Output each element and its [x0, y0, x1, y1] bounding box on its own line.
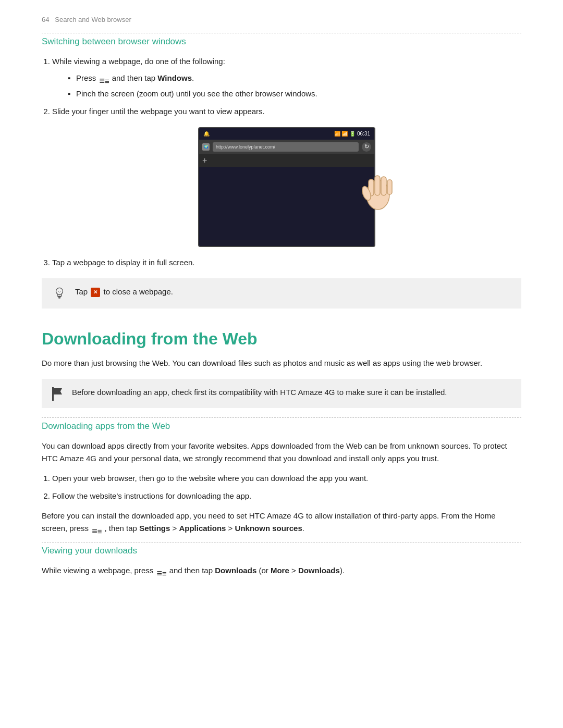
subsection1-steps: Open your web browser, then go to the we…: [52, 472, 521, 502]
section1-title: Switching between browser windows: [42, 36, 521, 47]
tip-icon: [52, 287, 67, 301]
note-box: Before downloading an app, check first i…: [42, 379, 521, 408]
menu-icon-3: ≡: [156, 567, 166, 575]
subsection1-step2: Follow the website's instructions for do…: [52, 490, 521, 502]
bullet2: Pinch the screen (zoom out) until you se…: [68, 88, 521, 100]
svg-line-8: [62, 294, 62, 296]
hand-swipe-illustration: [352, 164, 404, 211]
bullet1-then: and then tap: [112, 73, 155, 82]
step1-text: While viewing a webpage, do one of the f…: [52, 57, 225, 66]
svg-line-7: [57, 294, 58, 296]
subsection2-divider: [42, 542, 521, 542]
subsection1-title: Downloading apps from the Web: [42, 421, 521, 431]
browser-chrome: 🌍 http://www.lonelyplanet.com/ ↻: [199, 140, 374, 154]
bullet1-press: Press: [76, 73, 96, 82]
svg-rect-3: [381, 177, 386, 195]
subsection1-divider: [42, 417, 521, 418]
svg-rect-2: [375, 176, 380, 195]
refresh-icon: ↻: [362, 142, 371, 152]
subsection2-body: While viewing a webpage, press ≡ and the…: [42, 564, 521, 577]
section2-title: Downloading from the Web: [42, 329, 521, 349]
phone-status-bar: 🔔 📶 📶 🔋 06:31: [199, 128, 374, 140]
browser-tabs-bar: +: [199, 154, 374, 167]
page-header: 64 Search and Web browser: [42, 16, 521, 23]
status-right: 📶 📶 🔋 06:31: [334, 130, 370, 138]
svg-rect-11: [58, 298, 60, 299]
step2-text: Slide your finger until the webpage you …: [52, 107, 265, 116]
step3: Tap a webpage to display it in full scre…: [52, 256, 521, 269]
note-text: Before downloading an app, check first i…: [72, 386, 447, 399]
section1-steps: While viewing a webpage, do one of the f…: [52, 55, 521, 269]
bullet1: Press ≡ and then tap Windows.: [68, 72, 521, 84]
status-left: 🔔: [203, 130, 210, 138]
section2-intro: Do more than just browsing the Web. You …: [42, 357, 521, 369]
step1: While viewing a webpage, do one of the f…: [52, 55, 521, 100]
x-button-icon: ✕: [91, 288, 100, 297]
section1-divider: [42, 33, 521, 33]
subsection1-step1: Open your web browser, then go to the we…: [52, 472, 521, 485]
chapter-title: Search and Web browser: [55, 16, 131, 23]
lightbulb-icon: [53, 287, 66, 301]
subsection2-title: Viewing your downloads: [42, 546, 521, 556]
tip-text: Tap ✕ to close a webpage.: [75, 286, 173, 298]
flag-icon: [52, 387, 64, 401]
menu-icon: ≡: [100, 75, 109, 82]
menu-icon-2: ≡: [92, 525, 101, 533]
browser-favicon: 🌍: [202, 143, 210, 151]
screenshot-container: 🔔 📶 📶 🔋 06:31 🌍 http://www.lonelyplanet.…: [52, 127, 521, 247]
subsection1-after-steps: Before you can install the downloaded ap…: [42, 510, 521, 535]
svg-rect-10: [58, 296, 61, 297]
svg-rect-4: [387, 180, 392, 194]
bullet1-bold: Windows: [157, 73, 192, 82]
browser-url-bar: http://www.lonelyplanet.com/: [213, 142, 359, 152]
screenshot-box: 🔔 📶 📶 🔋 06:31 🌍 http://www.lonelyplanet.…: [198, 127, 375, 247]
svg-line-13: [59, 291, 60, 292]
add-tab-icon: +: [202, 156, 207, 165]
step1-bullets: Press ≡ and then tap Windows. Pinch the …: [68, 72, 521, 100]
step2: Slide your finger until the webpage you …: [52, 105, 521, 247]
tip-box: Tap ✕ to close a webpage.: [42, 278, 521, 309]
page-number: 64: [42, 16, 49, 23]
svg-line-12: [58, 291, 59, 292]
svg-point-6: [56, 288, 63, 294]
subsection1-body: You can download apps directly from your…: [42, 440, 521, 465]
